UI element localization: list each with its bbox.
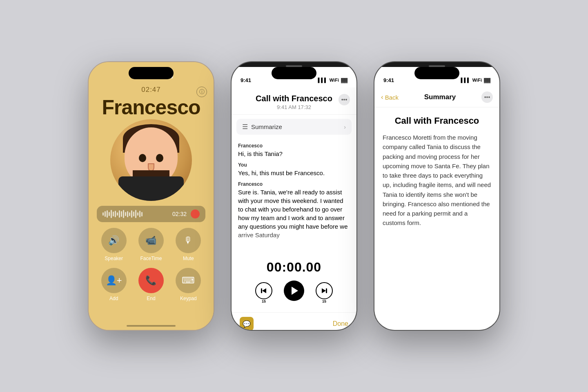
speaker-label: Speaker (105, 256, 123, 261)
battery-icon-2: ▓▓ (341, 78, 347, 82)
status-icons-3: ▌▌▌ WiFi ▓▓ (461, 78, 490, 82)
speaker-1: You (238, 162, 350, 168)
facetime-button[interactable]: 📹 FaceTime (136, 228, 166, 261)
add-label: Add (109, 296, 118, 301)
keypad-label: Keypad (180, 296, 197, 301)
transcript-entry-0: Francesco Hi, is this Tania? (238, 143, 350, 158)
battery-icon-3: ▓▓ (484, 78, 490, 82)
summary-body: Call with Francesco Francesco Moretti fr… (374, 107, 499, 236)
end-label: End (147, 296, 155, 301)
summary-text: Francesco Moretti from the moving compan… (383, 133, 491, 228)
wifi-icon-3: WiFi (472, 78, 482, 82)
rec-dot (191, 209, 200, 218)
back-chevron-icon: ‹ (381, 93, 383, 101)
svg-rect-0 (261, 288, 262, 293)
wifi-icon-2: WiFi (330, 78, 339, 82)
summarize-row[interactable]: ☰ Summarize › (236, 119, 352, 135)
transcript-entry-2: Francesco Sure is. Tania, we're all read… (238, 181, 350, 239)
mute-button[interactable]: 🎙 Mute (173, 228, 204, 261)
memoji-shirt (118, 176, 184, 201)
call-buttons-grid: 🔊 Speaker 📹 FaceTime 🎙 Mute 👤+ Add 📞 End… (89, 222, 214, 307)
summary-title: Call with Francesco (383, 116, 491, 126)
info-button[interactable]: ⓘ (196, 87, 207, 97)
transcript-screen: Call with Francesco 9:41 AM 17:32 ••• ☰ … (232, 87, 356, 331)
summarize-label: Summarize (251, 123, 344, 130)
speaker-button[interactable]: 🔊 Speaker (98, 228, 129, 261)
playback-controls: 15 15 (232, 281, 356, 301)
text-0: Hi, is this Tania? (238, 149, 350, 158)
done-button[interactable]: Done (333, 320, 348, 327)
keypad-button[interactable]: ⌨ Keypad (173, 268, 204, 301)
dynamic-island (129, 67, 174, 79)
text-1: Yes, hi, this must be Francesco. (238, 169, 350, 177)
transcript-app-icon[interactable]: 💬 (240, 317, 254, 331)
summary-more-button[interactable]: ••• (481, 91, 493, 103)
status-time-2: 9:41 (241, 77, 251, 83)
skip-back-button[interactable]: 15 (255, 282, 272, 299)
summary-screen: ‹ Back Summary ••• Call with Francesco F… (374, 87, 499, 331)
mute-circle: 🎙 (176, 228, 201, 253)
dynamic-island-3 (414, 67, 459, 79)
keypad-circle: ⌨ (176, 268, 201, 293)
signal-icon-2: ▌▌▌ (318, 78, 327, 82)
svg-rect-1 (326, 288, 327, 293)
home-indicator-1 (127, 325, 176, 327)
phone-active-call: 9:41 ▌▌▌ WiFi ▓▓▓ ⓘ 02:47 Francesco (88, 61, 214, 331)
back-button[interactable]: ‹ Back (381, 93, 399, 101)
waveform (102, 209, 168, 219)
play-icon (292, 287, 298, 295)
signal-icon-3: ▌▌▌ (461, 78, 470, 82)
phone-summary: 9:41 ▌▌▌ WiFi ▓▓ ‹ Back Summary ••• Call… (374, 61, 500, 331)
summarize-icon: ☰ (242, 123, 248, 131)
speaker-0: Francesco (238, 143, 350, 149)
status-time-3: 9:41 (383, 77, 394, 83)
more-button[interactable]: ••• (339, 94, 350, 105)
transcript-footer: 💬 Done (232, 312, 356, 331)
play-button[interactable] (284, 281, 304, 301)
summary-nav: ‹ Back Summary ••• (374, 87, 499, 107)
transcript-subtitle: 9:41 AM 17:32 (240, 104, 348, 110)
memoji-eye-left (139, 154, 146, 162)
skip-forward-button[interactable]: 15 (316, 282, 333, 299)
phone-transcript: 9:41 ▌▌▌ WiFi ▓▓ Call with Francesco 9:4… (231, 61, 357, 331)
avatar (110, 119, 192, 201)
status-icons-2: ▌▌▌ WiFi ▓▓ (318, 78, 347, 82)
playback-time: 00:00.00 (232, 260, 356, 275)
mute-label: Mute (183, 256, 194, 261)
text-2: Sure is. Tania, we're all ready to assis… (238, 188, 350, 239)
transcript-title: Call with Francesco (240, 94, 348, 103)
end-circle: 📞 (138, 268, 164, 293)
add-circle: 👤+ (101, 268, 127, 293)
home-indicator-3 (412, 330, 461, 331)
facetime-circle: 📹 (138, 228, 164, 253)
summarize-chevron: › (344, 124, 346, 130)
memoji-head (125, 127, 178, 185)
rec-timer: 02:32 (172, 211, 187, 217)
transcript-entry-1: You Yes, hi, this must be Francesco. (238, 162, 350, 177)
facetime-label: FaceTime (140, 256, 162, 261)
back-label: Back (385, 94, 399, 101)
speaker-2: Francesco (238, 181, 350, 187)
speaker-circle: 🔊 (101, 228, 127, 253)
playback-area: 00:00.00 15 15 (232, 253, 356, 305)
dynamic-island-2 (272, 67, 316, 79)
end-button[interactable]: 📞 End (136, 268, 166, 301)
add-button[interactable]: 👤+ Add (98, 268, 129, 301)
call-timer: 02:47 (141, 86, 161, 94)
recording-bar: 02:32 (97, 206, 205, 222)
nav-title: Summary (424, 93, 456, 101)
memoji-eye-right (156, 154, 163, 162)
caller-name: Francesco (102, 96, 200, 119)
transcript-header: Call with Francesco 9:41 AM 17:32 ••• (232, 87, 356, 115)
transcript-body: Francesco Hi, is this Tania? You Yes, hi… (232, 139, 356, 253)
home-indicator-2 (270, 330, 318, 331)
